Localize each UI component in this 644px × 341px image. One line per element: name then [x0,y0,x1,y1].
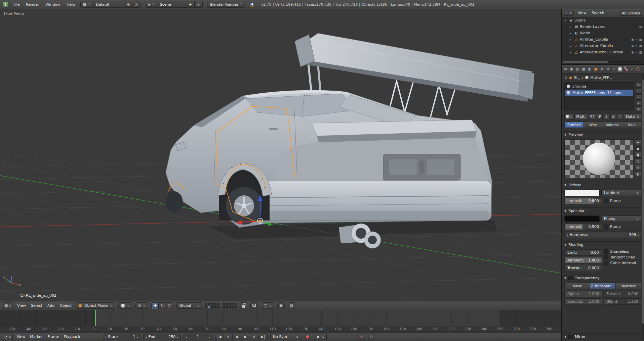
delete-screen-layout-button[interactable]: × [132,1,140,8]
play-button[interactable]: ▶ [241,334,250,340]
browse-material-button[interactable]: ⇅ [564,113,573,120]
fresnel-slider[interactable]: Fresnel:0.000 [604,291,642,297]
specular-shader-dropdown[interactable]: Phong⇅ [601,215,641,222]
selectability-icon[interactable]: ↖ [635,51,638,54]
panel-header-diffuse[interactable]: ▼Diffuse [564,182,641,188]
type-volume-button[interactable]: Volume [603,121,622,128]
pivot-dropdown[interactable]: ⊙⇅ [135,302,149,309]
menu-render[interactable]: Render [25,2,40,7]
specular-alpha-slider[interactable]: Specula:1.000 [564,298,602,305]
panel-header-mirror[interactable]: ▼Mirror [564,333,641,340]
blend-slider[interactable]: Blend:1.250 [604,298,642,305]
outliner-scrollbar[interactable] [563,61,641,63]
transparency-enable-checkbox[interactable] [568,276,573,280]
car-model[interactable] [165,33,534,248]
timeline-scrubber[interactable] [0,310,561,326]
mode-dropdown[interactable]: ▣Object Mode⇅ [76,302,115,309]
visibility-icon[interactable]: ◉ [631,51,634,54]
collapse-icon[interactable]: ▾ [564,19,567,22]
unlink-material-button[interactable]: × [610,113,616,120]
renderability-icon[interactable]: ▦ [639,51,642,54]
preview-sky-button[interactable]: ◐ [635,171,641,177]
type-wire-button[interactable]: Wire [584,121,603,128]
translucency-slider[interactable]: Translu:0.000 [564,265,602,271]
tab-physics[interactable]: ◯ [635,65,641,72]
next-keyframe-button[interactable]: » [250,334,259,340]
viewport-menu-view[interactable]: View [16,303,27,308]
type-surface-button[interactable]: Surface [564,121,584,128]
viewport-menu-select[interactable]: Select [30,303,43,308]
alpha-slider[interactable]: Alpha:1.000 [564,291,602,297]
viewport-menu-add[interactable]: Add [46,303,55,308]
tab-render[interactable]: ◉ [569,65,574,72]
tab-world[interactable]: ◐ [587,65,593,72]
outliner-row-world[interactable]: ▸ ◐ World [562,30,644,36]
raytrace-mode-button[interactable]: Raytrace [616,283,641,289]
diffuse-ramp-checkbox[interactable]: Ramp [604,199,621,203]
hardness-field[interactable]: ◂Hardness:309▸ [564,232,641,238]
orientation-dropdown[interactable]: Global⇅ [176,302,202,309]
menu-window[interactable]: Window [45,2,61,7]
material-slot[interactable]: chrome [565,83,633,90]
tab-constraints[interactable]: ∞ [599,65,605,72]
snap-toggle-button[interactable] [250,302,258,309]
screen-layout-name[interactable]: Default [93,1,124,8]
material-slot-list[interactable]: chrome Matte_FFFFF...env_12_spec_ [564,82,634,111]
material-slot-selected[interactable]: Matte_FFFFF...env_12_spec_ [565,90,633,96]
outliner-editor-selector[interactable]: ⊞⇅ [564,10,574,16]
timeline-ruler[interactable]: -50-40-30-20-100102030405060708090100110… [0,326,561,332]
tab-material[interactable] [617,65,623,72]
tab-object-data[interactable]: ▽ [611,65,617,72]
3d-viewport[interactable]: x y User Persp (1) RL_wide_qp_002 [0,9,561,301]
add-scene-button[interactable]: + [186,1,194,8]
timeline-menu-frame[interactable]: Frame [46,335,60,339]
panel-header-transparency[interactable]: ▼Transparency [564,275,641,281]
current-frame-field[interactable]: ◂1▸ [184,334,212,340]
timeline-menu-playback[interactable]: Playback [63,335,81,339]
insert-keyframe-button[interactable]: ⊞ [358,334,365,340]
preview-monkey-button[interactable]: ☺ [635,158,641,164]
ztransparency-mode-button[interactable]: Z Transpare... [590,283,616,289]
preview-flat-button[interactable]: ▬ [635,139,641,145]
frame-end-field[interactable]: ◂End:250▸ [143,334,181,340]
delete-keyframe-button[interactable]: ⊟ [368,334,375,340]
properties-scrollbar[interactable] [642,74,644,340]
tab-particles[interactable]: ∴ [629,65,635,72]
render-engine-dropdown[interactable]: Blender Render⇅ [207,1,245,8]
link-mode-dropdown[interactable]: Data⇅ [624,113,641,120]
add-screen-layout-button[interactable]: + [124,1,132,8]
outliner-row-scene[interactable]: ▾ ◈ Scene [562,17,644,23]
visibility-icon[interactable]: ◉ [631,38,634,41]
slot-specials-button[interactable]: ⌄ [636,94,641,100]
outliner-row-object[interactable]: ▸ △ Alternator_Corolla ◉↖▦ [562,43,644,49]
scene-name[interactable]: Scene [157,1,186,8]
record-button[interactable] [304,334,311,340]
viewport-editor-selector[interactable]: ▦⇅ [3,302,13,309]
menu-file[interactable]: File [12,2,21,7]
timeline-editor-selector[interactable]: ◔⇅ [3,334,13,340]
expand-icon[interactable]: ▸ [570,51,573,54]
outliner-row-object[interactable]: ▸ △ Airfilter_Corolla ◉↖▦ [562,36,644,43]
specular-intensity-slider[interactable]: Intensit:0.500 [564,224,602,230]
diffuse-color-swatch[interactable] [564,190,600,196]
specular-color-swatch[interactable] [564,215,600,222]
expand-icon[interactable]: ▸ [570,38,573,41]
timeline-menu-marker[interactable]: Marker [29,335,44,339]
prev-keyframe-button[interactable]: « [224,334,233,340]
current-frame-marker[interactable] [95,310,96,326]
diffuse-shader-dropdown[interactable]: Lambert⇅ [601,190,641,196]
jump-to-start-button[interactable]: |◀ [215,334,224,340]
outliner-row-renderlayers[interactable]: ▸ ▤ RenderLayers ▤ [562,23,644,30]
layers-grid-1[interactable] [205,303,219,308]
panel-header-preview[interactable]: ▼Preview [564,131,641,138]
scrollbar-thumb[interactable] [563,61,608,63]
fake-user-button[interactable]: F [597,113,603,120]
snap-element-dropdown[interactable]: ▢⇅ [261,302,274,309]
keying-set-dropdown[interactable]: ◆⇅ [314,334,327,340]
ambient-slider[interactable]: Ambient:1.000 [564,257,602,263]
expand-icon[interactable]: ▸ [570,32,573,35]
specular-ramp-checkbox[interactable]: Ramp [604,225,621,229]
new-material-button[interactable]: + [604,113,609,120]
mirror-enable-checkbox[interactable] [568,335,573,339]
renderability-icon[interactable]: ▦ [639,44,642,48]
